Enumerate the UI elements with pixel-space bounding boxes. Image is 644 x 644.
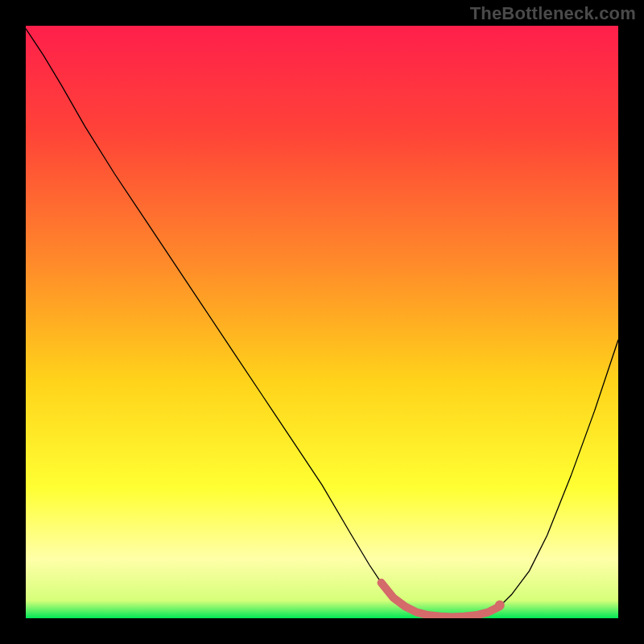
- bottleneck-chart: [26, 26, 618, 618]
- attribution-text: TheBottleneck.com: [470, 3, 636, 24]
- chart-frame: TheBottleneck.com: [0, 0, 644, 644]
- gradient-background: [26, 26, 618, 618]
- optimal-point-marker: [495, 601, 505, 610]
